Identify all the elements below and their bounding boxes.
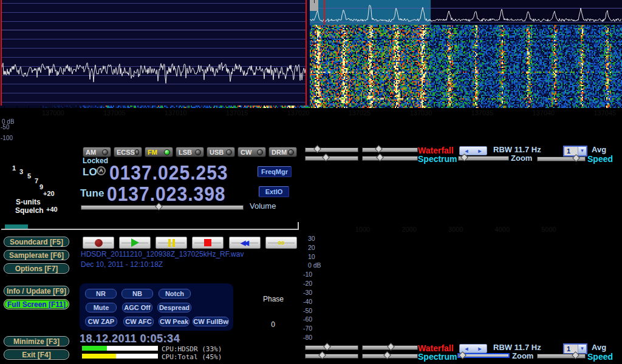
smeter-tick-label: 1 xyxy=(12,164,16,172)
left-button-samplerate[interactable]: Samplerate [F6] xyxy=(4,250,69,260)
bottom-avg-label: Avg xyxy=(592,343,606,352)
mode-button-am[interactable]: AM xyxy=(83,147,111,157)
left-button-minimize[interactable]: Minimize [F3] xyxy=(4,336,69,346)
rf-scale-label: 137025 xyxy=(341,109,378,116)
bottom-speed-slider[interactable] xyxy=(537,354,586,359)
scroll-right-icon[interactable]: ► xyxy=(477,346,483,352)
audio-spectrum-display[interactable] xyxy=(0,0,310,106)
hdsdr-window: S-units Squelch Locked LO A 0137.025.253… xyxy=(0,0,622,364)
cpu-usage-text: CPU:Total (45%) xyxy=(162,353,222,361)
slider-thumb[interactable] xyxy=(323,343,331,351)
left-button-info[interactable]: Info / Update [F9] xyxy=(4,286,69,296)
dsp-button-cw-afc[interactable]: CW AFC xyxy=(123,317,154,326)
mode-button-lsb[interactable]: LSB xyxy=(176,147,204,157)
bottom-speed-label: Speed xyxy=(587,352,613,362)
dropdown-arrow-icon[interactable]: ▾ xyxy=(578,345,586,353)
dsp-button-mute[interactable]: Mute xyxy=(86,303,117,312)
smeter-tick-label: +20 xyxy=(43,190,55,197)
mode-led-icon xyxy=(226,149,232,155)
audio-db-label: -20 xyxy=(303,280,327,287)
rewind-button[interactable]: ◀◀ xyxy=(229,237,261,249)
top-spectrum-range-slider[interactable] xyxy=(362,156,418,161)
bottom-spectrum-range-slider[interactable] xyxy=(362,354,418,359)
mode-button-cw[interactable]: CW xyxy=(238,147,266,157)
left-button-full[interactable]: Full Screen [F11] xyxy=(4,299,69,309)
top-speed-slider[interactable] xyxy=(537,157,586,161)
record-icon xyxy=(95,239,103,247)
left-button-soundcard[interactable]: Soundcard [F5] xyxy=(4,237,69,247)
play-button[interactable] xyxy=(119,237,151,249)
bottom-zoom-slider[interactable] xyxy=(457,353,510,358)
loop-button[interactable]: ∞ xyxy=(265,237,297,249)
rf-db-label: -50 xyxy=(1,124,9,130)
top-waterfall-contrast-slider[interactable] xyxy=(362,147,418,152)
tune-frequency-value[interactable]: 0137.023.398 xyxy=(107,183,226,206)
dsp-button-cw-zap[interactable]: CW ZAP xyxy=(85,317,117,326)
slider-thumb[interactable] xyxy=(459,351,466,359)
mode-label: USB xyxy=(210,149,224,156)
rf-scale-label: 137010 xyxy=(157,109,194,116)
top-waterfall-brightness-slider[interactable] xyxy=(305,147,358,152)
dsp-button-notch[interactable]: Notch xyxy=(159,289,191,298)
mode-led-icon xyxy=(288,149,294,155)
scroll-left-icon[interactable]: ◄ xyxy=(464,148,470,154)
tune-label: Tune xyxy=(80,187,104,200)
rf-scale-label: 137030 xyxy=(403,109,439,116)
loop-icon: ∞ xyxy=(278,238,284,247)
stop-button[interactable] xyxy=(192,237,224,249)
slider-thumb[interactable] xyxy=(318,351,326,359)
smeter-tick-label: 3 xyxy=(19,168,23,175)
dsp-button-cw-peak[interactable]: CW Peak xyxy=(159,317,190,326)
smeter-tick-label: 5 xyxy=(27,172,31,180)
top-spectrum-amplitude-slider[interactable] xyxy=(305,156,358,161)
audio-db-label: -80 xyxy=(303,334,327,341)
bottom-waterfall-contrast-slider[interactable] xyxy=(362,345,418,350)
mode-button-fm[interactable]: FM xyxy=(145,147,173,157)
bottom-spectrum-label: Spectrum xyxy=(418,352,457,362)
dsp-button-cw-fullbw[interactable]: CW FullBw xyxy=(193,317,229,326)
pause-button[interactable] xyxy=(156,237,187,249)
lo-frequency-value[interactable]: 0137.025.253 xyxy=(109,162,228,184)
mode-label: AM xyxy=(86,149,96,156)
rf-scale-label: 137035 xyxy=(464,109,501,116)
record-button[interactable] xyxy=(83,237,114,249)
stop-icon xyxy=(204,239,211,246)
top-spectrum-label: Spectrum xyxy=(418,154,457,164)
scroll-left-icon[interactable]: ◄ xyxy=(464,346,470,352)
lo-auto-badge[interactable]: A xyxy=(97,166,106,175)
slider-thumb[interactable] xyxy=(383,351,391,359)
freqmgr-button[interactable]: FreqMgr xyxy=(258,166,292,177)
left-button-options[interactable]: Options [F7] xyxy=(4,263,69,274)
mode-led-icon xyxy=(102,149,108,155)
rf-scale-label: 137020 xyxy=(280,109,316,116)
bottom-waterfall-brightness-slider[interactable] xyxy=(305,345,358,350)
dsp-button-nb[interactable]: NB xyxy=(121,289,153,298)
audio-scale-label: 2000 xyxy=(391,226,428,233)
top-zoom-slider[interactable] xyxy=(458,156,509,161)
audio-db-label: -60 xyxy=(303,315,327,323)
slider-thumb[interactable] xyxy=(322,153,330,161)
left-button-exit[interactable]: Exit [F4] xyxy=(4,349,69,360)
mode-button-ecss[interactable]: ECSS xyxy=(114,147,142,157)
audio-db-label: -70 xyxy=(303,325,327,332)
lo-label: LO xyxy=(83,166,97,178)
slider-thumb[interactable] xyxy=(375,145,383,153)
rewind-icon: ◀◀ xyxy=(241,239,247,247)
volume-label: Volume xyxy=(250,202,276,211)
mode-button-usb[interactable]: USB xyxy=(207,147,235,157)
slider-thumb[interactable] xyxy=(376,153,384,161)
volume-slider[interactable] xyxy=(81,205,244,210)
dropdown-arrow-icon[interactable]: ▾ xyxy=(578,147,586,155)
slider-thumb[interactable] xyxy=(313,145,321,153)
dsp-button-despread[interactable]: Despread xyxy=(157,303,191,312)
cpu-bar-track xyxy=(82,354,159,359)
extio-button[interactable]: ExtIO xyxy=(259,186,289,197)
dsp-button-nr[interactable]: NR xyxy=(85,289,117,298)
mode-button-drm[interactable]: DRM xyxy=(268,147,297,157)
audio-db-label: -30 xyxy=(303,289,327,296)
bottom-spectrum-amplitude-slider[interactable] xyxy=(305,354,358,359)
audio-db-label: -50 xyxy=(303,307,327,314)
slider-thumb[interactable] xyxy=(387,343,395,351)
scroll-right-icon[interactable]: ► xyxy=(477,148,483,154)
dsp-button-agc-off[interactable]: AGC Off xyxy=(122,303,152,312)
